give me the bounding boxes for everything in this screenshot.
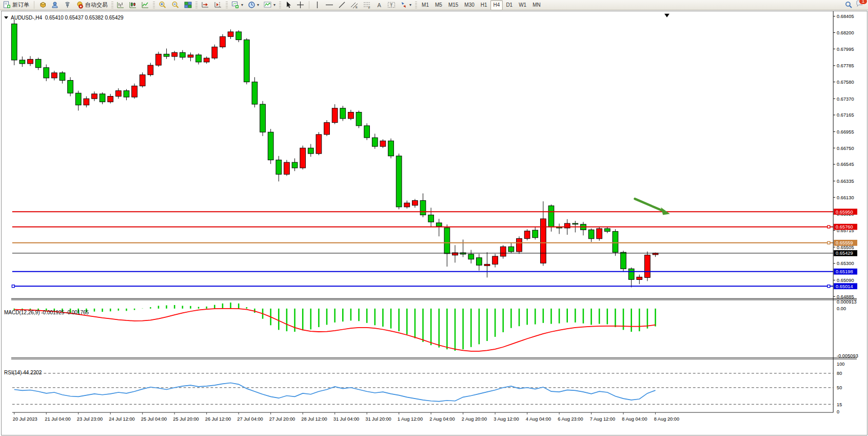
drawn-arrow-head[interactable]: [661, 207, 670, 215]
candle-body: [180, 52, 185, 57]
blue-avatar-button[interactable]: [49, 0, 61, 10]
radar-button[interactable]: [62, 0, 73, 10]
horizontal-line-button[interactable]: [323, 0, 336, 10]
candle-body: [19, 60, 25, 64]
chart-shift-button[interactable]: [212, 0, 224, 10]
candle-body: [372, 138, 378, 146]
indicators-icon: [264, 1, 272, 9]
zoom-in-icon: [159, 1, 167, 9]
autotrading-icon: [76, 1, 84, 9]
fibonacci-icon: F: [363, 1, 371, 9]
crosshair-button[interactable]: [294, 0, 306, 10]
drawn-arrow[interactable]: [635, 199, 663, 211]
channel-button[interactable]: E: [348, 0, 361, 10]
label-button[interactable]: T: [385, 0, 398, 10]
timeframe-button-M1[interactable]: M1: [419, 0, 432, 10]
candle-body: [60, 73, 65, 81]
text-button[interactable]: A: [374, 0, 385, 10]
zoom-in-button[interactable]: [156, 0, 169, 10]
candle-body: [148, 65, 153, 75]
candle-body: [284, 162, 290, 174]
svg-text:T: T: [390, 3, 393, 8]
timeframe-button-M30[interactable]: M30: [461, 0, 477, 10]
chart-window: 0.684050.682000.679950.677850.675800.673…: [0, 10, 868, 436]
indicators-button[interactable]: ▾: [262, 0, 278, 10]
candle-body: [220, 36, 226, 47]
svg-text:F: F: [368, 6, 370, 9]
candle-body: [244, 40, 249, 82]
trendline-icon: [338, 1, 346, 9]
candle-body: [517, 238, 522, 252]
profiles-button[interactable]: ▾: [246, 0, 261, 10]
candle-body: [108, 96, 113, 102]
line-chart-button[interactable]: [140, 0, 151, 10]
new-chart-button[interactable]: ▾: [229, 0, 245, 10]
candle-body: [484, 264, 490, 266]
timeframe-button-MN[interactable]: MN: [529, 0, 544, 10]
search-icon[interactable]: [845, 1, 853, 9]
radar-icon: [64, 1, 71, 9]
candle-body: [236, 32, 242, 40]
candle-body: [51, 73, 57, 78]
chart-shift-marker[interactable]: [664, 14, 669, 17]
candle-body: [444, 228, 450, 254]
notification-button[interactable]: 1: [856, 0, 864, 10]
vertical-line-button[interactable]: [312, 0, 323, 10]
arrows-button[interactable]: ▾: [398, 0, 413, 10]
gold-cube-icon: [39, 1, 47, 9]
timeframe-button-D1[interactable]: D1: [503, 0, 516, 10]
trendline-button[interactable]: [336, 0, 348, 10]
candle-body: [28, 59, 33, 64]
channel-icon: E: [350, 1, 359, 9]
autotrading-button[interactable]: 自动交易: [74, 0, 110, 10]
candle-body: [276, 160, 282, 174]
candle-body: [340, 108, 346, 119]
tile-windows-button[interactable]: [182, 0, 194, 10]
candle-body: [228, 32, 233, 36]
autotrading-label: 自动交易: [85, 1, 108, 9]
timeframe-button-M5[interactable]: M5: [432, 0, 445, 10]
clock-icon: [248, 1, 255, 9]
auto-scroll-icon: [201, 1, 209, 9]
candle-body: [132, 86, 137, 97]
candle-body: [260, 104, 266, 132]
cursor-button[interactable]: [283, 0, 294, 10]
notification-badge: 1: [859, 0, 867, 5]
candle-body: [84, 99, 89, 105]
auto-scroll-button[interactable]: [199, 0, 211, 10]
line-handle[interactable]: [827, 241, 830, 244]
main-toolbar: 新订单 自动交易 ▾ ▾ ▾ E F A T ▾ M1M5M15M30H1H4D…: [0, 0, 868, 10]
timeframe-button-H1[interactable]: H1: [478, 0, 490, 10]
new-order-button[interactable]: 新订单: [1, 0, 31, 10]
candle-body: [35, 59, 41, 67]
candle-body: [164, 54, 169, 56]
chart-shift-icon: [214, 1, 222, 9]
label-icon: T: [387, 1, 396, 9]
candle-body: [292, 162, 298, 168]
fibonacci-button[interactable]: F: [361, 0, 373, 10]
new-chart-icon: [231, 1, 240, 9]
symbol-dropdown-icon[interactable]: [4, 16, 8, 19]
candlestick-chart-button[interactable]: [127, 0, 139, 10]
blue-avatar-icon: [51, 1, 59, 9]
timeframe-button-H4[interactable]: H4: [490, 0, 503, 10]
time-axis-area[interactable]: [12, 413, 833, 425]
line-handle[interactable]: [12, 285, 14, 288]
price-axis-area[interactable]: [834, 11, 857, 412]
svg-text:A: A: [378, 2, 382, 8]
crosshair-icon: [297, 1, 304, 9]
candle-body: [388, 141, 394, 156]
candle-body: [68, 80, 73, 93]
zoom-out-button[interactable]: [169, 0, 182, 10]
candle-body: [540, 219, 546, 263]
candle-body: [573, 223, 578, 224]
candle-body: [348, 112, 354, 118]
bar-chart-button[interactable]: [115, 0, 127, 10]
candle-body: [212, 47, 218, 58]
chart-canvas: 0.684050.682000.679950.677850.675800.673…: [0, 10, 868, 436]
line-handle[interactable]: [827, 225, 830, 228]
gold-cube-button[interactable]: [37, 0, 49, 10]
timeframe-button-M15[interactable]: M15: [445, 0, 461, 10]
line-handle[interactable]: [827, 285, 830, 288]
timeframe-button-W1[interactable]: W1: [516, 0, 529, 10]
